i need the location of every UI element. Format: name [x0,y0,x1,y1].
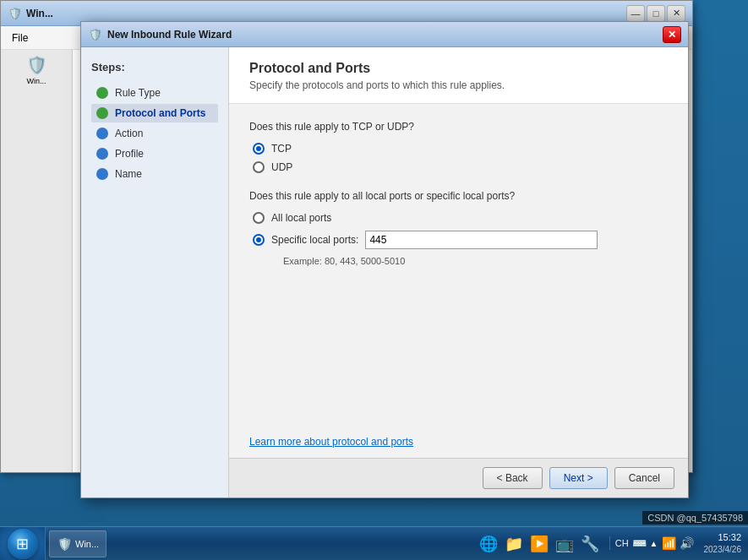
all-ports-radio[interactable] [253,212,265,224]
specific-ports-option[interactable]: Specific local ports: [253,231,668,249]
tray-expand-icon[interactable]: ▲ [650,539,658,548]
wizard-steps-panel: Steps: Rule Type Protocol and Ports Acti… [81,47,229,497]
learn-more-link[interactable]: Learn more about protocol and ports [249,436,413,448]
step-bullet-protocol [96,107,108,119]
next-button[interactable]: Next > [549,467,608,489]
all-ports-label: All local ports [271,212,331,224]
bg-window-title: Win... [26,8,621,19]
step-action[interactable]: Action [91,124,218,143]
file-menu-button[interactable]: File [4,29,35,47]
wizard-form: Does this rule apply to TCP or UDP? TCP … [229,104,688,458]
wizard-content-panel: Protocol and Ports Specify the protocols… [229,47,688,497]
system-tray: CH ⌨️ ▲ 📶 🔊 [609,536,699,550]
tcp-radio-input[interactable] [253,143,265,155]
specific-ports-input[interactable] [365,231,598,249]
step-bullet-profile [96,148,108,160]
step-label-name: Name [115,168,142,180]
ports-question: Does this rule apply to all local ports … [249,190,668,202]
wizard-title-icon: 🛡️ [88,28,102,41]
clock-time: 15:32 [704,531,742,544]
udp-radio-label: UDP [271,161,292,173]
tray-lang: CH [615,538,629,548]
taskbar-items: 🛡️ Win... [46,530,476,557]
taskbar: ⊞ 🛡️ Win... 🌐 📁 ▶️ 📺 🔧 CH ⌨️ ▲ 📶 [0,526,748,560]
udp-radio-option[interactable]: UDP [253,161,668,173]
bg-close-button[interactable]: ✕ [667,5,685,22]
tcp-radio-label: TCP [271,143,292,155]
tray-keyboard-icon: ⌨️ [632,536,647,550]
all-ports-option[interactable]: All local ports [253,212,668,224]
step-bullet-action [96,128,108,139]
tcp-radio-option[interactable]: TCP [253,143,668,155]
step-label-protocol: Protocol and Ports [115,107,205,119]
tray-monitor-icon[interactable]: 📺 [555,535,574,553]
tray-media-icon[interactable]: ▶️ [530,535,549,553]
step-bullet-rule-type [96,87,108,99]
taskbar-firewall-icon: 🛡️ [57,536,72,552]
tray-tools-icon[interactable]: 🔧 [581,535,599,553]
bg-window-controls: — □ ✕ [626,5,685,22]
tcp-udp-radio-group: TCP UDP [249,143,668,173]
udp-radio-input[interactable] [253,161,265,173]
step-bullet-name [96,168,108,180]
wizard-title-text: New Inbound Rule Wizard [107,29,658,41]
ports-example: Example: 80, 443, 5000-5010 [283,256,668,266]
taskbar-clock[interactable]: 15:32 2023/4/26 [704,531,742,556]
wizard-footer: < Back Next > Cancel [229,458,688,497]
wizard-close-button[interactable]: ✕ [663,26,681,43]
tray-ie-icon[interactable]: 🌐 [479,535,498,553]
specific-ports-label: Specific local ports: [271,234,358,246]
taskbar-item-firewall[interactable]: 🛡️ Win... [49,530,106,557]
page-subtitle: Specify the protocols and ports to which… [249,79,668,91]
step-name[interactable]: Name [91,165,218,183]
tcp-udp-question: Does this rule apply to TCP or UDP? [249,121,668,133]
bg-window-icon: 🛡️ [8,7,21,20]
step-profile[interactable]: Profile [91,144,218,163]
start-orb: ⊞ [8,529,38,559]
back-button[interactable]: < Back [483,467,543,489]
start-button[interactable]: ⊞ [0,527,46,561]
bg-sidebar-item-1[interactable]: 🛡️ Win... [1,50,72,90]
ports-radio-group: All local ports Specific local ports: Ex… [249,212,668,266]
bg-sidebar: 🛡️ Win... [1,50,73,472]
step-label-action: Action [115,128,143,139]
taskbar-right: CH ⌨️ ▲ 📶 🔊 15:32 2023/4/26 [603,531,748,556]
wizard-body: Steps: Rule Type Protocol and Ports Acti… [81,47,688,497]
page-title: Protocol and Ports [249,61,668,76]
tray-folder-icon[interactable]: 📁 [505,535,523,553]
wizard-titlebar: 🛡️ New Inbound Rule Wizard ✕ [81,22,688,47]
step-label-rule-type: Rule Type [115,87,161,99]
desktop: 🛡️ Win... — □ ✕ File 🛡️ Win... 🛡️ [0,0,748,560]
wizard-dialog: 🛡️ New Inbound Rule Wizard ✕ Steps: Rule… [80,21,689,498]
tray-network-icon: 📶 [662,536,676,550]
cancel-button[interactable]: Cancel [614,467,674,489]
step-rule-type[interactable]: Rule Type [91,84,218,102]
taskbar-firewall-label: Win... [75,539,99,549]
specific-ports-radio[interactable] [253,234,265,246]
bg-minimize-button[interactable]: — [626,5,645,22]
clock-date: 2023/4/26 [704,544,742,556]
csdn-watermark: CSDN @qq_57435798 [642,511,748,525]
step-protocol-ports[interactable]: Protocol and Ports [91,104,218,122]
wizard-header: Protocol and Ports Specify the protocols… [229,47,688,104]
tray-volume-icon[interactable]: 🔊 [680,536,694,550]
steps-label: Steps: [91,61,218,73]
bg-maximize-button[interactable]: □ [647,5,665,22]
step-label-profile: Profile [115,148,144,160]
